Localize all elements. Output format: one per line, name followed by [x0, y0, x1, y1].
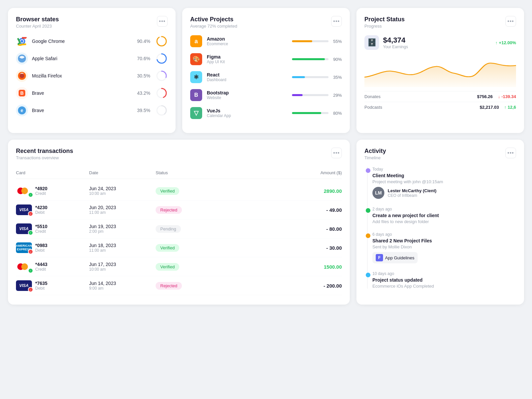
card-cell: VISA↓ *7635 Debit [16, 280, 89, 291]
card-cell: ↑ *4443 Credit [16, 261, 89, 272]
table-row: VISA↑ *5510 Credit Jun 19, 2023 2:00 pm … [16, 219, 342, 238]
browser-item: Apple Safari 70.6% [16, 53, 168, 65]
activity-menu-button[interactable]: ••• [505, 148, 516, 158]
amount-cell: - 200.00 [222, 283, 342, 289]
progress-bar-fill [292, 112, 321, 114]
card-info: *4230 Debit [35, 205, 48, 215]
progress-pct: 35% [332, 75, 342, 80]
browser-item: B Brave 43.2% [16, 87, 168, 99]
active-projects-menu-button[interactable]: ••• [331, 16, 342, 27]
status-cell: Verified [156, 187, 222, 195]
browser-pct: 70.6% [137, 56, 150, 61]
projects-list: a Amazon Ecommerce 55% 🎨 Figma App UI Ki… [190, 35, 342, 119]
donates-change: ↓ -139.34 [498, 94, 516, 99]
card-number: *4230 [35, 205, 48, 210]
project-category: Ecommerce [207, 42, 292, 46]
project-status-header: Project Status Progress ••• [364, 16, 516, 29]
transactions-title-group: Recent transactions Transactions overvie… [16, 148, 73, 160]
status-badge: Rejected [156, 282, 182, 290]
progress-area: 90% [292, 57, 342, 62]
timeline-time: 2 days ago [372, 207, 516, 211]
card-type: Debit [35, 248, 48, 253]
progress-area: 80% [292, 111, 342, 116]
card-info: *4920 Credit [35, 186, 48, 196]
timeline-desc: Ecommerce iOs App Completed [372, 284, 516, 289]
project-status-card: Project Status Progress ••• 🗄️ $4,374 Yo… [356, 8, 524, 133]
project-info: VueJs Calendar App [207, 108, 292, 118]
browser-item: Google Chrome 90.4% [16, 35, 168, 47]
timeline-title: Shared 2 New Project Files [372, 238, 516, 243]
progress-pct: 90% [332, 57, 342, 62]
project-info: Amazon Ecommerce [207, 36, 292, 46]
col-amount: Amount ($) [222, 170, 342, 175]
card-number: *0983 [35, 243, 48, 248]
browser-icon: B [16, 87, 28, 99]
progress-bar-bg [292, 58, 329, 60]
card-cell: VISA↓ *4230 Debit [16, 204, 89, 215]
active-projects-header: Active Projects Average 72% completed ••… [190, 16, 342, 29]
svg-text:B: B [20, 90, 24, 96]
transactions-table-header: Card Date Status Amount ($) [16, 167, 342, 179]
browser-item: e Brave 39.5% [16, 104, 168, 116]
browser-ring [156, 70, 168, 82]
card-cell: ↑ *4920 Credit [16, 186, 89, 196]
project-category: Website [207, 95, 292, 100]
dashboard: Browser states Counter April 2023 ••• Go… [8, 8, 524, 305]
avatar-name: Lester McCarthy (Cient) [388, 188, 437, 193]
table-row: VISA↓ *7635 Debit Jun 14, 2023 9:00 am R… [16, 276, 342, 295]
card-cell: VISA↑ *5510 Credit [16, 223, 89, 234]
browser-name: Google Chrome [32, 39, 137, 44]
transactions-subtitle: Transactions overview [16, 155, 73, 160]
status-badge: Rejected [156, 206, 182, 214]
browser-pct: 43.2% [137, 90, 150, 96]
project-status-title-group: Project Status Progress [364, 16, 405, 29]
project-icon: 🎨 [190, 53, 202, 65]
project-item: 🎨 Figma App UI Kit 90% [190, 53, 342, 65]
earnings-label: Your Earnings [383, 45, 408, 49]
card-logo: ↑ [16, 186, 32, 196]
progress-pct: 55% [332, 39, 342, 44]
project-icon: ⚛ [190, 71, 202, 83]
card-info: *4443 Credit [35, 262, 48, 272]
avatar: LM [372, 187, 384, 199]
project-icon: a [190, 35, 202, 47]
browser-states-title: Browser states [16, 16, 59, 23]
project-info: React Dashboard [207, 72, 292, 82]
date-primary: Jun 17, 2023 [89, 262, 156, 267]
date-secondary: 11:00 am [89, 210, 156, 215]
card-type: Debit [35, 210, 48, 215]
podcasts-value: $2,217.03 [480, 105, 499, 110]
up-arrow-icon: ↑ [495, 40, 498, 45]
browser-icon [16, 70, 28, 82]
browser-icon [16, 35, 28, 47]
browser-states-menu-button[interactable]: ••• [157, 16, 168, 27]
amount-cell: - 80.00 [222, 226, 342, 232]
card-number: *5510 [35, 224, 48, 229]
transactions-card: Recent transactions Transactions overvie… [8, 140, 350, 305]
transactions-menu-button[interactable]: ••• [331, 148, 342, 158]
card-number: *7635 [35, 281, 48, 286]
col-date: Date [89, 170, 156, 175]
card-info: *7635 Debit [35, 281, 48, 291]
amount-cell: - 49.00 [222, 207, 342, 213]
status-cell: Rejected [156, 282, 222, 290]
browser-name: Mozilla Firefox [32, 73, 137, 78]
timeline-dot [366, 233, 370, 238]
earnings-amount: $4,374 [383, 36, 408, 45]
avatar-row: LM Lester McCarthy (Cient) CEO of Infibe… [372, 187, 516, 199]
project-status-menu-button[interactable]: ••• [505, 16, 516, 27]
browser-name: Brave [32, 90, 137, 96]
card-logo: VISA↓ [16, 204, 32, 215]
activity-card: Activity Timeline ••• Today Client Meeti… [356, 140, 524, 305]
project-category: Calendar App [207, 113, 292, 118]
status-cell: Verified [156, 244, 222, 252]
activity-title-group: Activity Timeline [364, 148, 386, 160]
status-cell: Verified [156, 263, 222, 271]
col-card: Card [16, 170, 89, 175]
project-name: Amazon [207, 36, 292, 42]
project-item: ▽ VueJs Calendar App 80% [190, 107, 342, 119]
card-logo: ↑ [16, 261, 32, 272]
browser-ring [156, 104, 168, 116]
amount-cell: - 30.00 [222, 245, 342, 251]
card-type: Credit [35, 191, 48, 196]
